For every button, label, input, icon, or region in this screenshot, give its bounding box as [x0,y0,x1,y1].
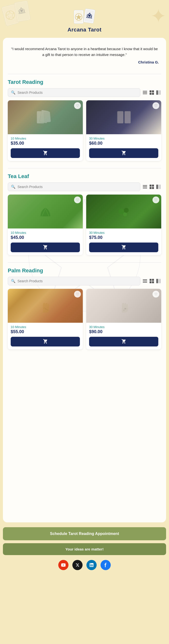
product-price-tea-2: $75.00 [89,235,158,240]
heart-btn-palm-1[interactable]: ♡ [74,291,81,298]
testimonial: "I would recommend Arcana Tarot to anyon… [8,44,161,69]
search-row-palm: 🔍 [8,277,161,286]
section-palm-reading: Palm Reading 🔍 [8,268,161,350]
svg-rect-40 [149,187,151,189]
search-input-tarot[interactable] [18,90,137,94]
add-to-cart-btn-tea-1[interactable] [11,242,80,252]
ideas-btn[interactable]: Your ideas are matter! [3,543,166,555]
svg-rect-36 [143,186,147,187]
product-grid-tarot: ♡ 10 Minutes $35.00 [8,100,161,161]
filter-icon-tarot[interactable] [156,90,161,95]
grid-view-icon-tea[interactable] [149,184,154,190]
svg-rect-49 [143,281,147,282]
heart-btn-tarot-2[interactable]: ♡ [152,102,159,109]
product-price-tea-1: $45.00 [11,235,80,240]
schedule-btn[interactable]: Schedule Tarot Reading Appointment [3,527,166,540]
social-icon-x[interactable] [72,560,83,570]
heart-btn-tarot-1[interactable]: ♡ [74,102,81,109]
search-icon-tea: 🔍 [11,184,16,189]
svg-rect-27 [156,90,158,95]
svg-rect-24 [152,90,154,92]
section-title-tea: Tea Leaf [8,173,161,180]
product-duration-tea-1: 10 Minutes [11,231,80,234]
svg-point-61 [123,310,125,310]
testimonial-text: "I would recommend Arcana Tarot to anyon… [10,46,159,58]
search-bar-palm[interactable]: 🔍 [8,277,140,286]
svg-rect-29 [160,90,161,95]
testimonial-author: Christina G. [10,60,159,64]
product-image-palm-1: ♡ [8,289,83,323]
product-image-tea-2: ♡ [86,194,161,228]
product-card-tea-1: ♡ 10 Minutes $45.00 [8,194,83,255]
svg-rect-44 [160,184,161,189]
search-bar-tarot[interactable]: 🔍 [8,88,140,97]
add-to-cart-btn-palm-2[interactable] [89,337,158,346]
product-image-palm-2: ♡ [86,289,161,323]
svg-rect-57 [160,279,161,283]
svg-point-47 [123,212,127,216]
svg-rect-38 [149,184,151,186]
product-img-palm-1 [8,289,83,323]
product-info-palm-1: 10 Minutes $55.00 [8,323,83,350]
search-icon-palm: 🔍 [11,279,16,283]
list-view-icon-tarot[interactable] [142,90,148,95]
filter-icon-tea[interactable] [156,184,161,190]
product-card-tea-2: ♡ 30 Minutes $75.00 [86,194,161,255]
product-info-tarot-1: 10 Minutes $35.00 [8,134,83,161]
divider-3 [8,262,161,263]
add-to-cart-btn-tarot-1[interactable] [11,148,80,158]
svg-rect-52 [152,279,154,281]
social-icon-youtube[interactable] [58,560,68,570]
main-card: "I would recommend Arcana Tarot to anyon… [3,38,166,522]
add-to-cart-btn-tarot-2[interactable] [89,148,158,158]
svg-rect-41 [152,187,154,189]
section-tarot-reading: Tarot Reading 🔍 [8,79,161,161]
svg-rect-34 [125,111,131,123]
social-icon-linkedin[interactable] [86,560,97,570]
product-info-palm-2: 30 Minutes $90.00 [86,323,161,350]
list-view-icon-palm[interactable] [142,278,148,284]
social-icon-facebook[interactable] [101,560,111,570]
svg-rect-39 [152,184,154,186]
view-icons-tea [142,184,161,190]
brand-title: Arcana Tarot [68,27,101,33]
product-img-tea-1 [8,194,83,228]
svg-rect-28 [158,90,159,95]
product-price-tarot-2: $60.00 [89,141,158,146]
add-to-cart-btn-tea-2[interactable] [89,242,158,252]
svg-rect-56 [158,279,159,283]
product-card-tarot-1: ♡ 10 Minutes $35.00 [8,100,83,161]
search-input-tea[interactable] [18,185,137,189]
filter-icon-palm[interactable] [156,278,161,284]
product-price-tarot-1: $35.00 [11,141,80,146]
product-info-tarot-2: 30 Minutes $60.00 [86,134,161,161]
add-to-cart-btn-palm-1[interactable] [11,337,80,346]
view-icons-tarot [142,90,161,95]
svg-point-46 [124,208,129,213]
grid-view-icon-palm[interactable] [149,278,154,284]
svg-rect-23 [149,90,151,92]
svg-rect-26 [152,93,154,95]
search-bar-tea[interactable]: 🔍 [8,182,140,191]
svg-rect-21 [143,92,147,93]
divider-1 [8,74,161,74]
product-card-tarot-2: ♡ 30 Minutes $60.00 [86,100,161,161]
heart-btn-palm-2[interactable]: ♡ [152,291,159,298]
heart-btn-tea-1[interactable]: ♡ [74,196,81,203]
svg-rect-42 [156,184,158,189]
section-tea-leaf: Tea Leaf 🔍 [8,173,161,255]
heart-btn-tea-2[interactable]: ♡ [152,196,159,203]
list-view-icon-tea[interactable] [142,184,148,190]
section-title-palm: Palm Reading [8,268,161,274]
logo-icon [74,7,95,24]
svg-rect-50 [143,282,147,283]
grid-view-icon-tarot[interactable] [149,90,154,95]
product-img-tea-2 [86,194,161,228]
product-image-tea-1: ♡ [8,194,83,228]
search-input-palm[interactable] [18,279,137,283]
product-price-palm-2: $90.00 [89,329,158,334]
product-price-palm-1: $55.00 [11,329,80,334]
product-image-tarot-1: ♡ [8,100,83,134]
svg-point-60 [124,308,126,310]
svg-rect-32 [44,112,51,122]
